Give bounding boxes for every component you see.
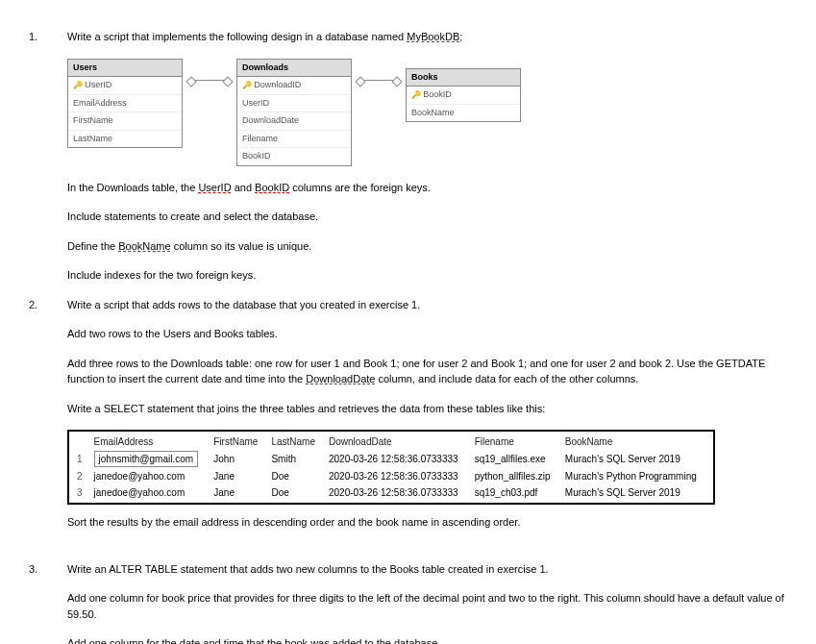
table-cell: sq19_ch03.pdf [471, 484, 561, 501]
text: In the Downloads table, the [67, 182, 198, 193]
paragraph: In the Downloads table, the UserID and B… [67, 180, 787, 196]
paragraph: Write a script that adds rows to the dat… [67, 297, 787, 313]
entity-col: Filename [237, 131, 351, 149]
entity-col: DownloadID [237, 77, 351, 95]
paragraph: Add one column for book price that provi… [67, 590, 787, 622]
table-cell: Murach's SQL Server 2019 [561, 484, 709, 501]
paragraph: Add two rows to the Users and Books tabl… [67, 326, 787, 342]
table-header: DownloadDate [325, 433, 471, 450]
entity-title: Downloads [237, 60, 351, 78]
table-cell: 2020-03-26 12:58:36.0733333 [325, 450, 471, 468]
text: Define the [67, 240, 118, 252]
table-header: EmailAddress [90, 433, 210, 450]
entity-col: BookID [237, 148, 351, 165]
col-name: BookID [255, 182, 289, 193]
question-number: 1. [29, 29, 67, 297]
table-row: 2 janedoe@yahoo.com Jane Doe 2020-03-26 … [73, 468, 709, 484]
text: ; [459, 31, 462, 42]
question-3: 3. Write an ALTER TABLE statement that a… [29, 561, 787, 645]
paragraph: Add three rows to the Downloads table: o… [67, 356, 787, 387]
question-2: 2. Write a script that adds rows to the … [29, 297, 787, 544]
entity-books: Books BookID BookName [406, 68, 521, 123]
entity-downloads: Downloads DownloadID UserID DownloadDate… [236, 59, 352, 166]
col-name: DownloadDate [306, 373, 375, 384]
table-cell: Jane [210, 468, 267, 484]
table-cell: sq19_allfiles.exe [471, 450, 561, 468]
table-cell: 1 [73, 450, 90, 468]
entity-col: DownloadDate [237, 112, 351, 131]
question-number: 2. [29, 297, 67, 544]
entity-title: Books [407, 69, 520, 87]
table-cell: Murach's SQL Server 2019 [561, 450, 709, 468]
relationship-line [359, 80, 398, 91]
question-1: 1. Write a script that implements the fo… [29, 29, 787, 297]
paragraph: Write a script that implements the follo… [67, 29, 787, 45]
entity-users: Users UserID EmailAddress FirstName Last… [67, 59, 183, 149]
table-cell: Doe [267, 468, 325, 484]
col-name: UserID [198, 182, 231, 193]
table-header-row: EmailAddress FirstName LastName Download… [73, 433, 709, 450]
table-cell: 2020-03-26 12:58:36.0733333 [325, 484, 471, 501]
entity-title: Users [68, 60, 182, 78]
entity-col: FirstName [68, 112, 182, 131]
paragraph: Sort the results by the email address in… [67, 514, 787, 531]
table-cell: 3 [73, 484, 90, 501]
table-header: LastName [267, 433, 325, 450]
relationship-line [190, 80, 229, 91]
table-cell: Doe [267, 484, 325, 501]
paragraph: Include statements to create and select … [67, 209, 787, 225]
table-row: 1 johnsmith@gmail.com John Smith 2020-03… [73, 450, 709, 468]
entity-col: BookName [407, 105, 520, 122]
table-cell: Murach's Python Programming [561, 468, 709, 484]
table-cell: janedoe@yahoo.com [90, 468, 210, 484]
question-number: 3. [29, 561, 67, 645]
paragraph: Write an ALTER TABLE statement that adds… [67, 561, 787, 578]
results-table: EmailAddress FirstName LastName Download… [73, 433, 709, 501]
text: Write a script that implements the follo… [67, 31, 407, 42]
col-name: BookName [118, 240, 170, 252]
table-header: BookName [561, 433, 709, 450]
table-cell: 2 [73, 468, 90, 484]
paragraph: Write a SELECT statement that joins the … [67, 401, 787, 417]
paragraph: Add one column for the date and time tha… [67, 635, 787, 644]
table-cell: python_allfiles.zip [471, 468, 561, 484]
question-body: Write an ALTER TABLE statement that adds… [67, 561, 787, 645]
table-header [73, 433, 90, 450]
entity-col: EmailAddress [68, 95, 182, 113]
question-body: Write a script that implements the follo… [67, 29, 787, 297]
results-table-wrapper: EmailAddress FirstName LastName Download… [67, 430, 715, 505]
question-body: Write a script that adds rows to the dat… [67, 297, 787, 544]
paragraph: Define the BookName column so its value … [67, 238, 787, 255]
table-cell: Jane [210, 484, 267, 501]
table-row: 3 janedoe@yahoo.com Jane Doe 2020-03-26 … [73, 484, 709, 501]
entity-col: UserID [68, 77, 182, 95]
entity-col: BookID [407, 87, 520, 105]
table-cell: Smith [267, 450, 325, 468]
table-cell: janedoe@yahoo.com [90, 484, 210, 501]
text: and [232, 182, 255, 193]
selected-cell: johnsmith@gmail.com [94, 451, 199, 467]
db-name: MyBookDB [407, 31, 459, 42]
table-cell: John [210, 450, 267, 468]
entity-col: LastName [68, 131, 182, 148]
text: column so its value is unique. [171, 240, 312, 252]
er-diagram: Users UserID EmailAddress FirstName Last… [67, 59, 787, 166]
text: column, and include data for each of the… [375, 373, 638, 384]
text: columns are the foreign keys. [289, 182, 431, 193]
table-header: Filename [471, 433, 561, 450]
paragraph: Include indexes for the two foreign keys… [67, 267, 787, 284]
entity-col: UserID [237, 95, 351, 113]
table-cell: johnsmith@gmail.com [90, 450, 210, 468]
table-cell: 2020-03-26 12:58:36.0733333 [325, 468, 471, 484]
table-header: FirstName [210, 433, 267, 450]
